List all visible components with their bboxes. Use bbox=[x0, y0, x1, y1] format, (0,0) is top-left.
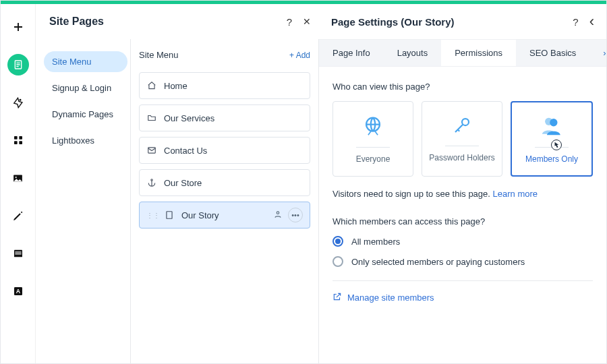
page-item-label: Home bbox=[164, 81, 187, 91]
who-can-view-label: Who can view this page? bbox=[333, 82, 593, 92]
back-icon[interactable]: ‹ bbox=[589, 17, 594, 26]
page-item-our-story[interactable]: ⋮⋮ Our Story ••• bbox=[139, 202, 310, 229]
page-item-home[interactable]: Home bbox=[139, 72, 310, 99]
drag-handle-icon[interactable]: ⋮⋮ bbox=[146, 212, 160, 219]
nav-dynamic-pages[interactable]: Dynamic Pages bbox=[44, 104, 127, 125]
svg-rect-10 bbox=[15, 253, 21, 254]
cms-icon[interactable] bbox=[7, 243, 29, 264]
key-icon bbox=[452, 115, 472, 138]
radio-dot bbox=[333, 236, 343, 247]
tab-layouts[interactable]: Layouts bbox=[384, 40, 442, 66]
mail-icon bbox=[146, 146, 157, 155]
tool-rail: A bbox=[1, 4, 36, 364]
svg-rect-4 bbox=[14, 141, 18, 144]
site-pages-title: Site Pages bbox=[47, 16, 104, 28]
close-icon[interactable]: ✕ bbox=[303, 16, 311, 27]
svg-text:A: A bbox=[16, 288, 20, 295]
svg-point-20 bbox=[550, 119, 557, 126]
nav-site-menu[interactable]: Site Menu bbox=[44, 51, 127, 72]
svg-point-21 bbox=[552, 140, 562, 150]
globe-icon bbox=[362, 114, 384, 139]
perm-card-label: Everyone bbox=[356, 154, 391, 164]
help-icon[interactable]: ? bbox=[287, 16, 292, 28]
svg-point-16 bbox=[277, 211, 279, 214]
page-item-label: Our Services bbox=[164, 113, 214, 123]
radio-dot bbox=[333, 256, 343, 267]
members-icon bbox=[540, 114, 563, 139]
page-item-our-store[interactable]: Our Store bbox=[139, 169, 310, 196]
cursor-icon bbox=[550, 138, 563, 154]
settings-title: Page Settings (Our Story) bbox=[331, 16, 455, 28]
apps-icon[interactable] bbox=[7, 129, 29, 151]
learn-more-link[interactable]: Learn more bbox=[493, 189, 538, 199]
radio-label: Only selected members or paying customer… bbox=[351, 257, 525, 267]
folder-icon bbox=[146, 113, 157, 123]
anchor-icon bbox=[146, 178, 157, 187]
perm-card-password[interactable]: Password Holders bbox=[422, 101, 502, 177]
svg-rect-5 bbox=[19, 141, 22, 144]
page-icon[interactable] bbox=[7, 54, 29, 75]
add-page-button[interactable]: + Add bbox=[289, 51, 310, 60]
page-more-button[interactable]: ••• bbox=[288, 208, 303, 222]
svg-rect-9 bbox=[15, 251, 21, 252]
radio-label: All members bbox=[351, 237, 400, 247]
page-icon bbox=[164, 210, 175, 220]
page-item-label: Our Story bbox=[181, 210, 219, 220]
blog-icon[interactable] bbox=[7, 205, 29, 226]
svg-rect-15 bbox=[167, 212, 172, 219]
help-icon[interactable]: ? bbox=[573, 16, 578, 28]
page-item-contact-us[interactable]: Contact Us bbox=[139, 137, 310, 164]
svg-point-7 bbox=[16, 177, 17, 178]
font-icon[interactable]: A bbox=[7, 280, 29, 302]
tab-page-info[interactable]: Page Info bbox=[319, 40, 384, 66]
svg-point-1 bbox=[20, 98, 22, 100]
signup-hint: Visitors need to sign up to see this pag… bbox=[333, 189, 593, 199]
page-item-label: Our Store bbox=[164, 178, 202, 188]
perm-card-label: Members Only bbox=[525, 154, 578, 164]
manage-members-link[interactable]: Manage site members bbox=[333, 292, 593, 303]
members-badge-icon bbox=[273, 210, 283, 221]
radio-selected-members[interactable]: Only selected members or paying customer… bbox=[333, 256, 593, 267]
svg-rect-2 bbox=[14, 136, 18, 140]
nav-signup-login[interactable]: Signup & Login bbox=[44, 78, 127, 98]
page-list-panel: Site Menu + Add Home Our Services Contac… bbox=[130, 39, 319, 364]
svg-rect-3 bbox=[19, 136, 22, 140]
svg-point-18 bbox=[462, 119, 469, 125]
design-icon[interactable] bbox=[7, 92, 29, 113]
tab-seo-basics[interactable]: SEO Basics bbox=[516, 40, 589, 66]
radio-all-members[interactable]: All members bbox=[333, 236, 593, 247]
plus-icon[interactable] bbox=[7, 16, 29, 38]
media-icon[interactable] bbox=[7, 167, 29, 189]
svg-point-14 bbox=[151, 179, 152, 181]
which-members-label: Which members can access this page? bbox=[333, 216, 593, 226]
page-list-heading: Site Menu bbox=[139, 50, 179, 60]
tabs-more-button[interactable]: › bbox=[589, 40, 607, 66]
perm-card-everyone[interactable]: Everyone bbox=[333, 101, 413, 177]
page-item-label: Contact Us bbox=[164, 146, 207, 156]
nav-lightboxes[interactable]: Lightboxes bbox=[44, 130, 127, 151]
external-link-icon bbox=[333, 292, 342, 303]
home-icon bbox=[146, 81, 157, 90]
perm-card-label: Password Holders bbox=[429, 153, 494, 162]
pages-nav: Site Menu Signup & Login Dynamic Pages L… bbox=[36, 39, 130, 364]
settings-tabs: Page Info Layouts Permissions SEO Basics… bbox=[319, 39, 606, 67]
page-item-our-services[interactable]: Our Services bbox=[139, 104, 310, 131]
tab-permissions[interactable]: Permissions bbox=[441, 40, 516, 66]
page-settings-panel: Page Settings (Our Story) ? ‹ Page Info … bbox=[319, 4, 606, 364]
perm-card-members[interactable]: Members Only bbox=[511, 101, 593, 177]
